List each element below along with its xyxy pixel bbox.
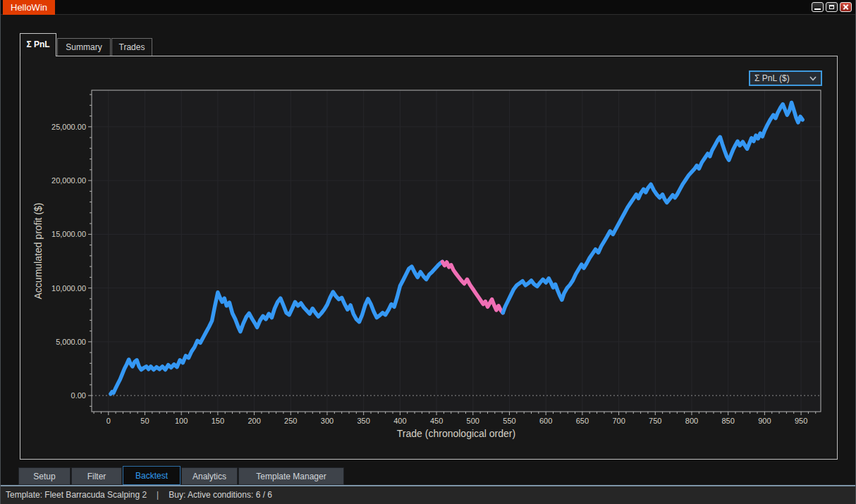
chevron-down-icon bbox=[809, 76, 817, 81]
svg-text:300: 300 bbox=[321, 417, 334, 425]
status-divider: | bbox=[157, 490, 159, 500]
svg-text:100: 100 bbox=[175, 417, 188, 425]
svg-text:Trade (chronological order): Trade (chronological order) bbox=[397, 428, 515, 439]
bottom-tab-analytics[interactable]: Analytics bbox=[181, 467, 238, 485]
app-title: HelloWin bbox=[3, 0, 55, 15]
minimize-button[interactable] bbox=[812, 2, 824, 12]
svg-text:550: 550 bbox=[503, 417, 515, 425]
tab-content-panel: 0501001502002503003504004505005506006507… bbox=[20, 56, 838, 460]
svg-text:10,000.00: 10,000.00 bbox=[51, 284, 86, 293]
svg-text:20,000.00: 20,000.00 bbox=[51, 176, 86, 185]
pnl-chart: 0501001502002503003504004505005506006507… bbox=[20, 56, 837, 459]
svg-text:700: 700 bbox=[612, 417, 625, 425]
svg-text:200: 200 bbox=[247, 417, 260, 425]
series-selector[interactable]: Σ PnL ($) bbox=[749, 70, 822, 86]
app-window: HelloWin Σ PnL Summary Trades 0501001502… bbox=[0, 0, 856, 504]
status-template: Template: Fleet Barracuda Scalping 2 bbox=[6, 490, 147, 500]
svg-text:15,000.00: 15,000.00 bbox=[51, 230, 86, 238]
window-controls bbox=[812, 2, 852, 12]
svg-text:350: 350 bbox=[357, 417, 370, 425]
svg-text:750: 750 bbox=[649, 417, 661, 425]
svg-text:450: 450 bbox=[430, 417, 443, 425]
svg-text:5,000.00: 5,000.00 bbox=[56, 338, 86, 346]
tab-trades[interactable]: Trades bbox=[111, 38, 152, 56]
bottom-tab-template-manager[interactable]: Template Manager bbox=[238, 467, 344, 485]
svg-text:50: 50 bbox=[140, 417, 149, 425]
svg-text:800: 800 bbox=[685, 417, 698, 425]
svg-text:500: 500 bbox=[467, 417, 479, 425]
svg-text:650: 650 bbox=[576, 417, 589, 425]
tab-pnl[interactable]: Σ PnL bbox=[20, 33, 56, 56]
bottom-tab-setup[interactable]: Setup bbox=[18, 467, 71, 485]
svg-text:150: 150 bbox=[212, 417, 224, 425]
svg-text:Accumulated profit ($): Accumulated profit ($) bbox=[32, 203, 44, 300]
series-selector-value: Σ PnL ($) bbox=[754, 72, 790, 85]
svg-text:0: 0 bbox=[106, 417, 111, 425]
maximize-button[interactable] bbox=[826, 2, 838, 12]
svg-text:250: 250 bbox=[284, 417, 297, 425]
svg-text:950: 950 bbox=[795, 417, 807, 425]
bottom-tab-filter[interactable]: Filter bbox=[71, 467, 122, 485]
close-button[interactable] bbox=[840, 2, 852, 12]
minimize-icon bbox=[814, 8, 821, 10]
status-buy-conditions: Buy: Active conditions: 6 / 6 bbox=[169, 490, 272, 500]
title-bar: HelloWin bbox=[1, 0, 855, 15]
svg-text:0.00: 0.00 bbox=[71, 391, 86, 400]
tab-summary[interactable]: Summary bbox=[57, 38, 111, 56]
svg-text:400: 400 bbox=[393, 417, 406, 425]
status-bar: Template: Fleet Barracuda Scalping 2|Buy… bbox=[1, 486, 855, 504]
svg-text:900: 900 bbox=[758, 417, 771, 425]
svg-text:850: 850 bbox=[722, 417, 735, 425]
svg-text:25,000.00: 25,000.00 bbox=[51, 123, 86, 131]
svg-text:600: 600 bbox=[539, 417, 552, 425]
maximize-icon bbox=[829, 5, 834, 9]
bottom-tab-backtest[interactable]: Backtest bbox=[123, 466, 181, 485]
